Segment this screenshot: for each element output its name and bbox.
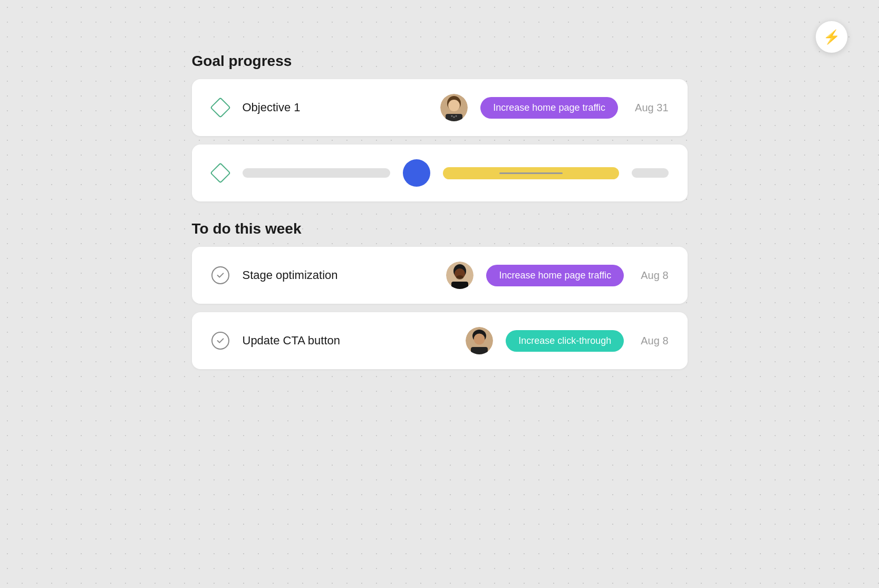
main-container: Goal progress Objective 1 xyxy=(150,53,730,378)
svg-point-5 xyxy=(453,117,455,118)
goal-tag-2 xyxy=(443,167,619,179)
check-icon-2 xyxy=(211,331,230,350)
check-icon-1 xyxy=(211,266,230,285)
skeleton-date-2 xyxy=(632,168,669,178)
task-card-2: Update CTA button Increase click-through… xyxy=(192,312,688,369)
avatar-3 xyxy=(446,262,474,289)
task-tag-1[interactable]: Increase home page traffic xyxy=(486,265,624,286)
goal-tag-1[interactable]: Increase home page traffic xyxy=(480,97,618,119)
diamond-shape-1 xyxy=(210,97,231,118)
task-tag-2[interactable]: Increase click-through xyxy=(506,330,624,352)
svg-rect-11 xyxy=(451,282,468,289)
svg-point-14 xyxy=(474,334,485,345)
svg-point-2 xyxy=(448,100,460,111)
check-circle-2 xyxy=(211,332,229,350)
goal-card-2 xyxy=(192,144,688,201)
goal-card-1: Objective 1 Increase home page tra xyxy=(192,79,688,136)
diamond-icon-2 xyxy=(211,163,230,182)
task-title-2: Update CTA button xyxy=(243,334,453,348)
lightning-button[interactable]: ⚡ xyxy=(816,21,847,53)
yellow-line xyxy=(499,172,563,174)
task-date-1: Aug 8 xyxy=(641,269,668,282)
diamond-icon-1 xyxy=(211,98,230,117)
goal-progress-section: Goal progress Objective 1 xyxy=(192,53,688,201)
task-card-1: Stage optimization Increase home page tr… xyxy=(192,247,688,304)
task-title-1: Stage optimization xyxy=(243,268,434,282)
svg-point-4 xyxy=(451,115,453,117)
lightning-icon: ⚡ xyxy=(823,29,840,45)
todo-title: To do this week xyxy=(192,220,688,237)
avatar-1 xyxy=(440,94,468,121)
check-circle-1 xyxy=(211,266,229,284)
task-date-2: Aug 8 xyxy=(641,335,668,347)
avatar-2 xyxy=(403,159,430,187)
skeleton-title-2 xyxy=(243,168,390,178)
svg-point-10 xyxy=(456,275,463,279)
svg-point-6 xyxy=(456,115,457,117)
goal-title-1: Objective 1 xyxy=(243,101,428,114)
goal-date-1: Aug 31 xyxy=(635,102,668,114)
todo-section: To do this week Stage optimization xyxy=(192,220,688,369)
svg-rect-15 xyxy=(471,347,488,354)
goal-progress-title: Goal progress xyxy=(192,53,688,70)
diamond-shape-2 xyxy=(210,162,231,184)
avatar-4 xyxy=(466,327,493,354)
